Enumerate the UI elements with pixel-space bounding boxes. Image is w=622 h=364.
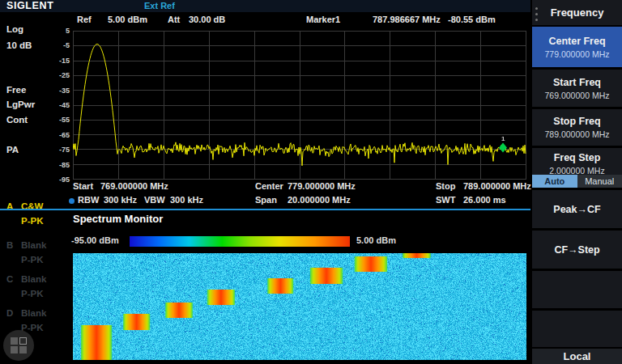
trigger-indicator: Free	[6, 85, 26, 95]
trace-b-letter: B	[6, 238, 21, 252]
local-button[interactable]: Local	[532, 349, 622, 364]
y-axis-tick: -85	[59, 161, 70, 169]
y-axis-tick: -35	[59, 87, 70, 95]
y-axis-tick: -15	[59, 57, 70, 65]
section-divider	[0, 209, 530, 210]
trace-c-letter: C	[6, 272, 21, 286]
stop-freq-button-value: 789.000000 MHz	[545, 129, 610, 139]
start-freq-button-value: 769.000000 MHz	[545, 91, 610, 100]
rbw-value: 300 kHz	[104, 195, 137, 205]
freq-step-auto-manual-toggle: Auto Manual	[532, 175, 622, 188]
sweep-mode-indicator: Cont	[6, 115, 28, 125]
trace-d-letter: D	[6, 306, 21, 320]
attenuation-value: 30.00 dB	[189, 15, 225, 24]
y-axis-tick: -55	[59, 116, 70, 124]
trace-a-detector: P-PK	[21, 214, 71, 228]
center-freq-label: Center	[255, 181, 283, 191]
trace-c-status[interactable]: CBlank P-PK	[6, 272, 71, 301]
vbw-label: VBW	[144, 195, 165, 205]
span-value: 20.000000 MHz	[288, 195, 351, 205]
freq-step-button-title: Freq Step	[554, 152, 601, 163]
spectrum-display	[73, 31, 526, 180]
center-freq-button-value: 779.000000 MHz	[545, 49, 610, 59]
colorbar-gradient	[130, 236, 350, 247]
peak-to-cf-button[interactable]: Peak→CF	[532, 190, 622, 228]
y-axis-tick: -75	[59, 146, 70, 154]
measurement-info-row: Ref 5.00 dBm Att 30.00 dB Marker1 787.98…	[0, 12, 530, 28]
y-axis-tick: -45	[59, 101, 70, 109]
menu-header-label: Frequency	[551, 6, 604, 19]
stop-freq-button-title: Stop Freq	[553, 116, 600, 127]
local-button-label: Local	[564, 350, 591, 362]
start-freq-button-title: Start Freq	[553, 77, 601, 88]
power-mode-indicator: LgPwr	[6, 99, 35, 109]
span-label: Span	[255, 195, 277, 205]
manual-option[interactable]: Manual	[577, 175, 622, 188]
center-freq-button-title: Center Freq	[548, 36, 605, 47]
peak-to-cf-button-title: Peak→CF	[553, 204, 600, 215]
stop-freq-label: Stop	[436, 181, 455, 191]
trace-d-mode: Blank	[21, 308, 46, 318]
trace-b-mode: Blank	[21, 240, 46, 250]
colorbar-min-label: -95.00 dBm	[71, 235, 119, 245]
trace-d-detector: P-PK	[21, 320, 71, 335]
siglent-logo: SIGLENT	[6, 0, 53, 11]
trace-c-detector: P-PK	[21, 286, 71, 301]
start-freq-value: 769.000000 MHz	[100, 181, 168, 191]
trace-a-status[interactable]: AC&W P-PK	[6, 199, 71, 228]
spectrum-monitor-title: Spectrum Monitor	[73, 213, 163, 225]
freq-step-button[interactable]: Freq Step 2.000000 MHz Auto Manual	[532, 148, 622, 188]
y-axis-tick: -25	[59, 71, 70, 79]
colorbar-max-label: 5.00 dBm	[356, 235, 396, 245]
menu-dots-icon	[535, 6, 538, 23]
ref-level-value: 5.00 dBm	[108, 15, 147, 24]
start-freq-label: Start	[73, 181, 93, 191]
trace-a-letter: A	[6, 199, 21, 214]
stop-freq-button[interactable]: Stop Freq 789.000000 MHz	[532, 109, 622, 146]
scale-per-div-indicator: 10 dB	[6, 40, 32, 50]
trace-c-mode: Blank	[21, 274, 46, 284]
window-layout-button[interactable]	[3, 330, 34, 361]
marker-amplitude: -80.55 dBm	[448, 15, 496, 24]
start-freq-button[interactable]: Start Freq 769.000000 MHz	[532, 70, 622, 107]
softkey-menu-panel: Frequency Center Freq 779.000000 MHz Sta…	[532, 0, 622, 364]
trace-b-status[interactable]: BBlank P-PK	[6, 238, 71, 267]
empty-softkey-1[interactable]	[532, 271, 622, 308]
menu-header-frequency: Frequency	[532, 0, 622, 25]
attenuation-label: Att	[168, 15, 180, 24]
grid-icon	[11, 337, 27, 353]
stop-freq-value: 789.000000 MHz	[463, 181, 531, 191]
trace-b-detector: P-PK	[21, 252, 71, 267]
swt-label: SWT	[436, 195, 455, 205]
auto-option[interactable]: Auto	[532, 175, 577, 188]
waterfall-display	[73, 253, 526, 360]
vbw-value: 300 kHz	[170, 195, 203, 205]
center-freq-button[interactable]: Center Freq 779.000000 MHz	[532, 27, 622, 67]
y-axis-tick: -65	[59, 131, 70, 139]
y-axis-tick: -5	[63, 41, 70, 49]
scale-type-indicator: Log	[6, 24, 23, 34]
y-axis-tick: -95	[59, 176, 70, 184]
ext-ref-status: Ext Ref	[144, 1, 175, 11]
swt-value: 26.000 ms	[463, 195, 506, 205]
empty-softkey-2[interactable]	[532, 311, 622, 347]
ref-level-label: Ref	[77, 15, 92, 24]
center-freq-value: 779.000000 MHz	[288, 181, 356, 191]
rbw-label: RBW	[78, 195, 99, 205]
marker-name: Marker1	[306, 15, 340, 24]
top-status-bar: SIGLENT Ext Ref	[0, 0, 530, 12]
cf-to-step-button[interactable]: CF→Step	[532, 231, 622, 269]
preamp-indicator: PA	[6, 145, 19, 154]
cf-to-step-button-title: CF→Step	[554, 244, 599, 256]
analyzer-screen: SIGLENT Ext Ref Ref 5.00 dBm Att 30.00 d…	[0, 0, 622, 364]
marker-frequency: 787.986667 MHz	[373, 15, 441, 24]
coupling-indicator-dot	[69, 198, 75, 204]
